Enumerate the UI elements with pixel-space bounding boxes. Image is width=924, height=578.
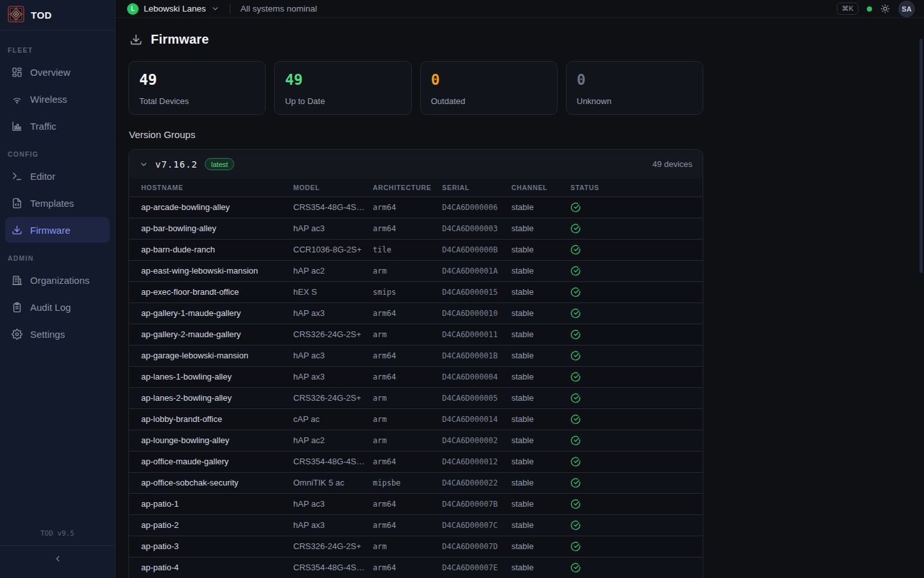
- sidebar-item-editor[interactable]: Editor: [5, 163, 110, 189]
- table-row[interactable]: ap-barn-dude-ranchCCR1036-8G-2S+tileD4CA…: [129, 239, 703, 260]
- sidebar-item-templates[interactable]: Templates: [5, 190, 110, 216]
- table-row[interactable]: ap-bar-bowling-alleyhAP ac3arm64D4CA6D00…: [129, 218, 703, 239]
- stat-label: Total Devices: [139, 96, 255, 106]
- table-row[interactable]: ap-patio-4CRS354-48G-4S+…arm64D4CA6D0000…: [129, 557, 703, 578]
- org-switcher[interactable]: L Lebowski Lanes: [127, 3, 219, 15]
- cell-channel: stable: [511, 493, 570, 514]
- cell-serial: D4CA6D00001B: [442, 345, 511, 366]
- version-groups-heading: Version Groups: [129, 129, 703, 140]
- sidebar-collapse-button[interactable]: [0, 546, 115, 572]
- version-group-header[interactable]: v7.16.2 latest 49 devices: [129, 150, 703, 179]
- cell-channel: stable: [511, 408, 570, 430]
- cell-arch: tile: [373, 239, 442, 260]
- cell-model: CRS354-48G-4S+…: [293, 197, 373, 218]
- sidebar-item-label: Settings: [30, 329, 65, 340]
- building-icon: [11, 274, 22, 286]
- sidebar-item-label: Overview: [30, 67, 71, 78]
- status-ok-icon: [570, 514, 703, 536]
- cell-model: hAP ac3: [293, 345, 373, 366]
- sidebar-item-label: Wireless: [30, 94, 67, 105]
- cell-host: ap-office-maude-gallery: [129, 451, 293, 472]
- table-row[interactable]: ap-office-maude-galleryCRS354-48G-4S+…ar…: [129, 451, 703, 472]
- cell-serial: D4CA6D00001A: [442, 260, 511, 281]
- table-row[interactable]: ap-lounge-bowling-alleyhAP ac2armD4CA6D0…: [129, 430, 703, 451]
- file-code-icon: [11, 197, 22, 209]
- rug-logo-icon: [8, 6, 24, 25]
- cell-arch: arm64: [373, 493, 442, 514]
- stat-value: 0: [577, 71, 692, 88]
- cell-serial: D4CA6D000015: [442, 281, 511, 302]
- sidebar-item-audit-log[interactable]: Audit Log: [5, 294, 110, 320]
- sidebar-item-organizations[interactable]: Organizations: [5, 267, 110, 293]
- sun-icon: [880, 4, 890, 13]
- device-table-header: HOSTNAMEMODELARCHITECTURESERIALCHANNELST…: [129, 179, 703, 197]
- cell-serial: D4CA6D000012: [442, 451, 511, 472]
- cell-model: CRS326-24G-2S+: [293, 387, 373, 408]
- cell-arch: arm64: [373, 345, 442, 366]
- cell-arch: arm: [373, 536, 442, 557]
- cell-host: ap-patio-4: [129, 557, 293, 578]
- table-row[interactable]: ap-arcade-bowling-alleyCRS354-48G-4S+…ar…: [129, 197, 703, 218]
- cell-model: hAP ac3: [293, 493, 373, 514]
- stat-card-unknown: 0Unknown: [566, 61, 703, 115]
- status-ok-icon: [570, 302, 703, 324]
- status-ok-icon: [570, 366, 703, 387]
- cell-channel: stable: [511, 218, 570, 239]
- cell-serial: D4CA6D00007B: [442, 493, 511, 514]
- cell-serial: D4CA6D00007C: [442, 514, 511, 536]
- cell-channel: stable: [511, 281, 570, 302]
- column-header-status: STATUS: [570, 179, 703, 197]
- sidebar-item-label: Editor: [30, 171, 55, 182]
- table-row[interactable]: ap-office-sobchak-securityOmniTIK 5 acmi…: [129, 472, 703, 493]
- cell-arch: arm64: [373, 514, 442, 536]
- chevron-left-icon: [53, 554, 62, 563]
- sidebar-item-wireless[interactable]: Wireless: [5, 86, 110, 112]
- cell-arch: arm64: [373, 197, 442, 218]
- column-header-channel: CHANNEL: [511, 179, 570, 197]
- cell-model: OmniTIK 5 ac: [293, 472, 373, 493]
- sidebar-item-firmware[interactable]: Firmware: [5, 217, 110, 243]
- table-row[interactable]: ap-patio-2hAP ax3arm64D4CA6D00007Cstable: [129, 514, 703, 536]
- sidebar-item-traffic[interactable]: Traffic: [5, 113, 110, 139]
- command-palette-shortcut[interactable]: ⌘K: [837, 3, 859, 15]
- user-avatar[interactable]: SA: [898, 1, 915, 17]
- stat-label: Unknown: [577, 96, 692, 106]
- cell-model: hAP ac3: [293, 218, 373, 239]
- table-row[interactable]: ap-exec-floor-brandt-officehEX SsmipsD4C…: [129, 281, 703, 302]
- sidebar-item-settings[interactable]: Settings: [5, 321, 110, 347]
- sidebar-item-label: Firmware: [30, 225, 71, 236]
- sidebar-item-overview[interactable]: Overview: [5, 59, 110, 85]
- status-ok-icon: [570, 430, 703, 451]
- app-name: TOD: [31, 10, 52, 21]
- status-ok-icon: [570, 239, 703, 260]
- theme-toggle-button[interactable]: [880, 4, 890, 13]
- cell-arch: arm: [373, 430, 442, 451]
- page-scrollbar-thumb[interactable]: [920, 39, 923, 273]
- clipboard-icon: [11, 301, 22, 313]
- cell-serial: D4CA6D000004: [442, 366, 511, 387]
- health-dot: [867, 6, 872, 12]
- cell-serial: D4CA6D000002: [442, 430, 511, 451]
- table-row[interactable]: ap-gallery-1-maude-galleryhAP ax3arm64D4…: [129, 302, 703, 324]
- table-row[interactable]: ap-garage-lebowski-mansionhAP ac3arm64D4…: [129, 345, 703, 366]
- cell-channel: stable: [511, 472, 570, 493]
- table-row[interactable]: ap-lanes-1-bowling-alleyhAP ax3arm64D4CA…: [129, 366, 703, 387]
- table-row[interactable]: ap-patio-1hAP ac3arm64D4CA6D00007Bstable: [129, 493, 703, 514]
- cell-host: ap-gallery-1-maude-gallery: [129, 302, 293, 324]
- app-logo[interactable]: TOD: [0, 0, 115, 31]
- device-count: 49 devices: [653, 159, 692, 169]
- cell-host: ap-office-sobchak-security: [129, 472, 293, 493]
- cell-arch: mipsbe: [373, 472, 442, 493]
- table-row[interactable]: ap-east-wing-lebowski-mansionhAP ac2armD…: [129, 260, 703, 281]
- table-row[interactable]: ap-patio-3CRS326-24G-2S+armD4CA6D00007Ds…: [129, 536, 703, 557]
- cell-model: CRS354-48G-4S+…: [293, 451, 373, 472]
- table-row[interactable]: ap-lanes-2-bowling-alleyCRS326-24G-2S+ar…: [129, 387, 703, 408]
- org-name: Lebowski Lanes: [144, 4, 206, 13]
- cell-host: ap-east-wing-lebowski-mansion: [129, 260, 293, 281]
- cell-model: hAP ax3: [293, 302, 373, 324]
- cell-host: ap-patio-3: [129, 536, 293, 557]
- table-row[interactable]: ap-gallery-2-maude-galleryCRS326-24G-2S+…: [129, 324, 703, 345]
- device-table: HOSTNAMEMODELARCHITECTURESERIALCHANNELST…: [129, 179, 703, 578]
- page-title-row: Firmware: [130, 32, 703, 47]
- table-row[interactable]: ap-lobby-brandt-officecAP acarmD4CA6D000…: [129, 408, 703, 430]
